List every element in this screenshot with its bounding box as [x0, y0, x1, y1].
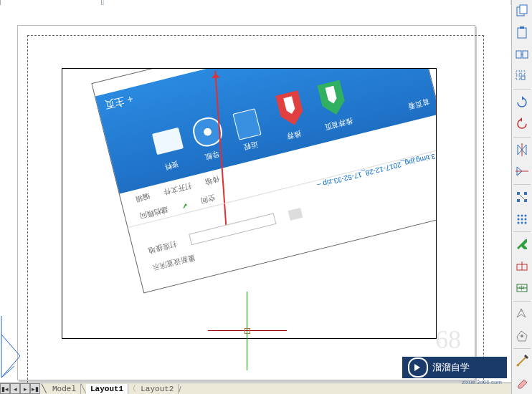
- mirror-v-icon[interactable]: [512, 140, 532, 160]
- inserted-image: 3.timg.jpg_2017-12-28_17-52-33.zip - ...…: [91, 68, 437, 293]
- svg-rect-10: [521, 76, 525, 80]
- nav-a: 建档顾问: [138, 204, 168, 221]
- svg-rect-4: [516, 51, 521, 58]
- ucs-icon: [0, 314, 22, 379]
- measure-icon[interactable]: [512, 352, 532, 371]
- compass-label: 导航: [204, 148, 220, 161]
- layout-tab-strip: ▮◂ ◂ ▸ ▸▮ ╲ Model ╲ Layout1 〈 Layout2 /: [0, 383, 511, 394]
- tab-nav-first[interactable]: ▮◂: [0, 383, 10, 394]
- nav-b: 空间: [200, 193, 217, 206]
- tab-a: 编辑: [135, 191, 151, 204]
- svg-rect-5: [523, 51, 528, 58]
- svg-rect-3: [520, 27, 524, 29]
- stretch-icon[interactable]: [512, 45, 532, 64]
- rotate-cw-icon[interactable]: [512, 92, 532, 112]
- flag-red-label: 推荐: [286, 128, 303, 141]
- folder-icon: [152, 128, 184, 155]
- svg-rect-14: [524, 192, 527, 195]
- align-icon[interactable]: [512, 188, 532, 207]
- svg-point-20: [525, 214, 527, 216]
- tab-c: 传输: [204, 173, 221, 186]
- flag-icon-red: [272, 90, 308, 130]
- nav-check-icon: ✔: [181, 199, 189, 211]
- tab-layout2[interactable]: Layout2: [136, 384, 179, 394]
- svg-rect-2: [518, 28, 526, 38]
- svg-point-22: [521, 218, 523, 220]
- panel-plus-label: + 主页: [103, 92, 134, 111]
- brand-logo-overlay: 溜溜自学: [402, 357, 507, 378]
- svg-point-23: [525, 218, 527, 220]
- explode-icon[interactable]: [512, 257, 532, 277]
- paper-space-canvas[interactable]: 3.timg.jpg_2017-12-28_17-52-33.zip - ...…: [0, 5, 511, 383]
- svg-point-25: [521, 221, 523, 224]
- tab-model[interactable]: Model: [48, 384, 81, 394]
- svg-point-21: [518, 218, 520, 220]
- brand-sub: zixue.3d66.com: [462, 379, 502, 385]
- tab-b: 打开文件: [162, 181, 192, 197]
- paste-icon[interactable]: [512, 24, 532, 43]
- tab-nav-last[interactable]: ▸▮: [30, 383, 40, 394]
- title-bar: [0, 0, 511, 5]
- folder-label: 资料: [163, 158, 180, 171]
- array-icon[interactable]: [512, 67, 532, 87]
- trim-icon[interactable]: [512, 235, 532, 254]
- brand-text: 溜溜自学: [432, 361, 470, 374]
- svg-rect-1: [520, 5, 527, 14]
- rotate-ccw-icon[interactable]: [512, 115, 532, 134]
- svg-point-18: [518, 214, 520, 216]
- eraser-icon[interactable]: [512, 374, 532, 393]
- shield-label: 运程: [243, 139, 260, 152]
- crosshair-cursor: [208, 292, 287, 370]
- ucs-tool-icon[interactable]: [512, 304, 532, 324]
- svg-line-33: [517, 356, 527, 366]
- svg-rect-8: [521, 71, 525, 75]
- flag-icon-green: [315, 80, 351, 120]
- tab-layout1[interactable]: Layout1: [86, 384, 128, 394]
- svg-point-26: [525, 221, 527, 224]
- pan-icon[interactable]: [512, 326, 532, 345]
- tab-nav-next[interactable]: ▸: [20, 383, 30, 394]
- right-label: 首页看: [407, 96, 430, 111]
- offset-icon[interactable]: [512, 209, 532, 229]
- tab-nav-prev[interactable]: ◂: [10, 383, 20, 394]
- modify-toolbar: 中: [511, 0, 532, 394]
- dropdown-button: [288, 208, 303, 221]
- svg-rect-15: [517, 199, 520, 202]
- mirror-h-icon[interactable]: [512, 162, 532, 181]
- watermark-number: 68: [435, 325, 461, 355]
- shield-icon: [232, 108, 261, 140]
- extend-icon[interactable]: 中: [512, 279, 532, 298]
- input-label: 打造接地: [147, 238, 178, 256]
- svg-point-19: [521, 214, 523, 216]
- svg-rect-7: [516, 71, 520, 75]
- svg-rect-9: [516, 76, 520, 80]
- svg-point-24: [518, 221, 520, 224]
- svg-point-32: [521, 335, 523, 337]
- svg-text:中: 中: [519, 285, 525, 292]
- copy-icon[interactable]: [512, 1, 532, 21]
- play-icon: [408, 357, 428, 378]
